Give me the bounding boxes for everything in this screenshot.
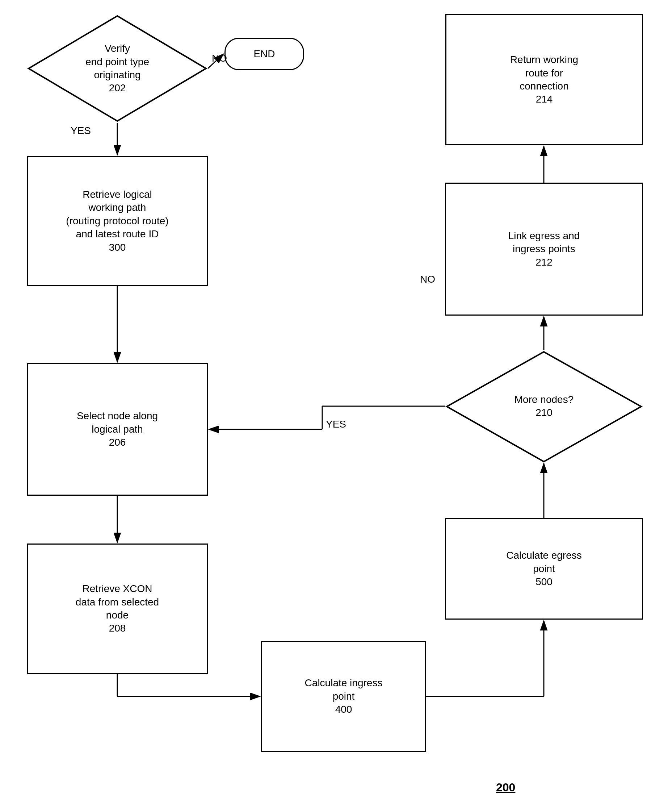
more-nodes-label: More nodes? 210 xyxy=(514,393,573,420)
page-number: 200 xyxy=(496,781,515,794)
return-working-shape: Return working route for connection 214 xyxy=(445,14,643,145)
end-shape: END xyxy=(224,38,304,70)
return-working-label: Return working route for connection 214 xyxy=(510,53,578,106)
select-node-label: Select node along logical path 206 xyxy=(77,409,158,449)
calc-ingress-label: Calculate ingress point 400 xyxy=(305,676,383,716)
retrieve-xcon-label: Retrieve XCON data from selected node 20… xyxy=(76,582,159,635)
verify-diamond: Verify end point type originating 202 xyxy=(27,14,208,123)
flowchart-diagram: Verify end point type originating 202 EN… xyxy=(0,0,668,812)
end-label: END xyxy=(254,47,275,60)
link-egress-label: Link egress and ingress points 212 xyxy=(508,229,580,269)
more-nodes-diamond: More nodes? 210 xyxy=(445,350,643,464)
retrieve-logical-shape: Retrieve logical working path (routing p… xyxy=(27,156,208,286)
no-label-2: NO xyxy=(420,274,435,285)
retrieve-logical-label: Retrieve logical working path (routing p… xyxy=(66,188,169,254)
yes-label-1: YES xyxy=(70,125,91,137)
calc-egress-shape: Calculate egress point 500 xyxy=(445,518,643,619)
calc-egress-label: Calculate egress point 500 xyxy=(506,549,582,588)
select-node-shape: Select node along logical path 206 xyxy=(27,363,208,496)
link-egress-shape: Link egress and ingress points 212 xyxy=(445,182,643,316)
retrieve-xcon-shape: Retrieve XCON data from selected node 20… xyxy=(27,544,208,674)
yes-label-2: YES xyxy=(326,419,346,430)
no-label-1: NO xyxy=(212,52,227,64)
verify-label: Verify end point type originating 202 xyxy=(85,42,149,95)
calc-ingress-shape: Calculate ingress point 400 xyxy=(261,641,426,752)
